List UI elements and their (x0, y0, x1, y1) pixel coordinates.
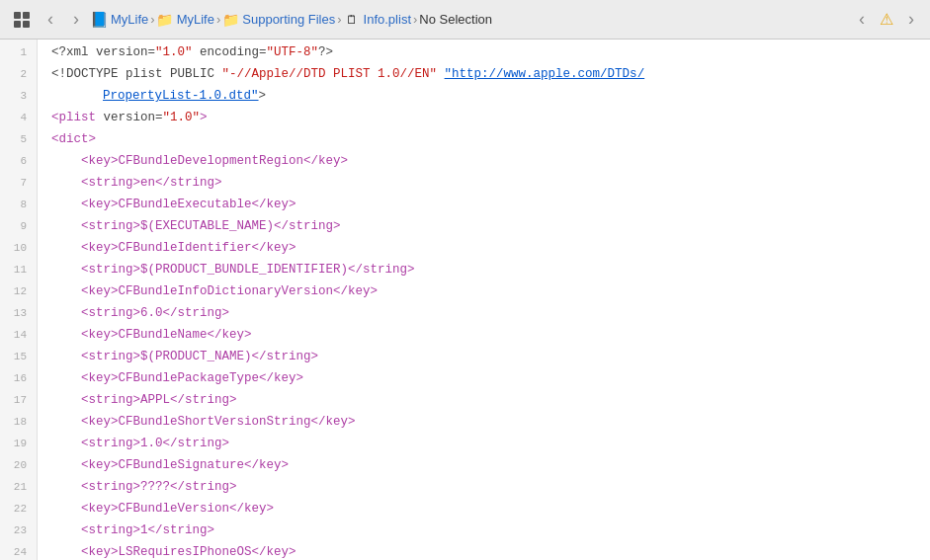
code-line-2b: PropertyList-1.0.dtd"> (51, 85, 930, 107)
plist-file-icon: 🗒 (344, 12, 360, 28)
separator-4: › (413, 12, 417, 27)
code-line-20: <string>????</string> (51, 476, 930, 498)
svg-rect-1 (23, 12, 30, 19)
code-line-12: <string>6.0</string> (51, 302, 930, 324)
line-numbers: 1 2 3 4 5 6 7 8 9 10 11 12 13 14 15 16 1… (0, 40, 38, 560)
folder-icon-2: 📁 (222, 12, 238, 28)
breadcrumb-item-infoplist[interactable]: 🗒 Info.plist (344, 12, 411, 28)
breadcrumb-label-mylife2[interactable]: MyLife (177, 12, 214, 27)
code-line-19: <key>CFBundleSignature</key> (51, 454, 930, 476)
svg-rect-0 (14, 12, 21, 19)
warning-icon[interactable]: ⚠ (877, 10, 896, 30)
breadcrumb-item-supporting[interactable]: 📁 Supporting Files (222, 12, 335, 28)
code-line-13: <key>CFBundleName</key> (51, 324, 930, 346)
breadcrumb: 📘 MyLife › 📁 MyLife › 📁 Supporting Files… (91, 12, 847, 28)
nav-right-back-icon: ‹ (859, 9, 865, 30)
forward-arrow-icon: › (73, 9, 79, 30)
back-arrow-icon: ‹ (47, 9, 53, 30)
nav-right-forward-button[interactable]: › (900, 6, 922, 34)
separator-2: › (216, 12, 220, 27)
code-line-7: <key>CFBundleExecutable</key> (51, 194, 930, 215)
separator-3: › (337, 12, 341, 27)
code-line-2: <!DOCTYPE plist PUBLIC "-//Apple//DTD PL… (51, 63, 930, 85)
separator-1: › (150, 12, 154, 27)
code-text: <?xml version="1.0" encoding="UTF-8"?> <… (38, 40, 930, 560)
code-line-21: <key>CFBundleVersion</key> (51, 498, 930, 520)
code-line-11: <key>CFBundleInfoDictionaryVersion</key> (51, 280, 930, 302)
code-line-14: <string>$(PRODUCT_NAME)</string> (51, 346, 930, 367)
breadcrumb-label-noselection: No Selection (419, 12, 492, 27)
breadcrumb-label-mylife1[interactable]: MyLife (111, 12, 148, 27)
code-line-23: <key>LSRequiresIPhoneOS</key> (51, 541, 930, 560)
breadcrumb-item-mylife2[interactable]: 📁 MyLife (157, 12, 214, 28)
code-line-15: <key>CFBundlePackageType</key> (51, 367, 930, 389)
nav-right-forward-icon: › (908, 9, 914, 30)
folder-icon-1: 📁 (157, 12, 173, 28)
back-button[interactable]: ‹ (40, 6, 61, 34)
code-line-18: <string>1.0</string> (51, 433, 930, 454)
code-line-17: <key>CFBundleShortVersionString</key> (51, 411, 930, 433)
code-line-5: <key>CFBundleDevelopmentRegion</key> (51, 150, 930, 172)
breadcrumb-item-noselection: No Selection (419, 12, 492, 27)
nav-right: ‹ ⚠ › (851, 6, 922, 34)
breadcrumb-label-infoplist[interactable]: Info.plist (364, 12, 411, 27)
breadcrumb-label-supporting[interactable]: Supporting Files (242, 12, 335, 27)
forward-button[interactable]: › (65, 6, 87, 34)
svg-rect-2 (14, 21, 21, 28)
code-line-22: <string>1</string> (51, 520, 930, 541)
code-line-8: <string>$(EXECUTABLE_NAME)</string> (51, 215, 930, 237)
book-icon: 📘 (91, 12, 107, 28)
nav-right-back-button[interactable]: ‹ (851, 6, 873, 34)
code-line-10: <string>$(PRODUCT_BUNDLE_IDENTIFIER)</st… (51, 259, 930, 280)
code-line-1: <?xml version="1.0" encoding="UTF-8"?> (51, 41, 930, 63)
svg-rect-3 (23, 21, 30, 28)
breadcrumb-item-mylife1[interactable]: 📘 MyLife (91, 12, 148, 28)
code-line-6: <string>en</string> (51, 172, 930, 194)
code-line-4: <dict> (51, 128, 930, 150)
grid-icon-button[interactable] (8, 6, 36, 34)
code-line-16: <string>APPL</string> (51, 389, 930, 411)
code-editor: 1 2 3 4 5 6 7 8 9 10 11 12 13 14 15 16 1… (0, 40, 930, 560)
nav-bar: ‹ › 📘 MyLife › 📁 MyLife › 📁 Supporting F… (0, 0, 930, 40)
grid-icon (13, 11, 31, 29)
code-line-3: <plist version="1.0"> (51, 107, 930, 128)
code-line-9: <key>CFBundleIdentifier</key> (51, 237, 930, 259)
